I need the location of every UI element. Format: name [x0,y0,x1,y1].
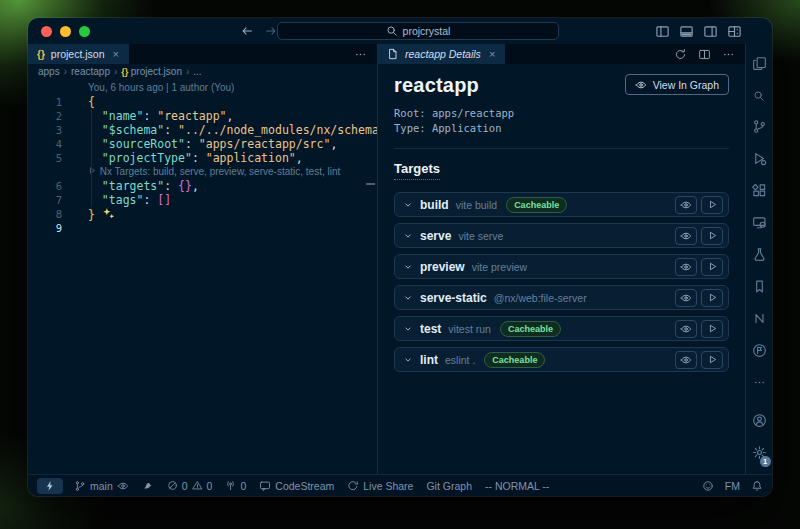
status-git-branch[interactable]: main [74,480,129,492]
target-row-serve-static[interactable]: serve-static@nx/web:file-server [394,285,729,310]
status-ports[interactable]: 0 [225,480,246,492]
project-type: Type: Application [394,121,729,136]
activitybar-item-bookmarks[interactable] [752,279,767,298]
target-command: vite preview [472,261,527,273]
chevron-down-icon[interactable] [403,262,413,272]
refresh-icon[interactable] [674,48,687,61]
codestream-icon [259,480,271,492]
cacheable-badge: Cacheable [506,197,567,213]
target-view-button[interactable] [675,351,697,369]
codelens-text[interactable]: Nx Targets: build, serve, preview, serve… [76,165,340,179]
nav-back-icon[interactable] [240,24,254,38]
status-codestream[interactable]: CodeStream [259,480,334,492]
split-editor-icon[interactable] [698,48,711,61]
code-line[interactable]: 4 "sourceRoot": "apps/reactapp/src", [28,137,377,151]
activitybar-item-testing[interactable] [752,247,767,266]
code-line[interactable]: 9 [28,221,377,235]
codelens-row[interactable]: Nx Targets: build, serve, preview, serve… [28,165,377,179]
toggle-sidebar-icon[interactable] [655,24,670,39]
tab-reactapp-details[interactable]: reactapp Details × [378,44,505,64]
line-number: 9 [28,221,76,235]
target-view-button[interactable] [675,196,697,214]
close-tab-icon[interactable]: × [489,48,495,60]
codelens-text[interactable]: You, 6 hours ago | 1 author (You) [76,81,234,95]
codelens-row[interactable]: You, 6 hours ago | 1 author (You) [28,81,377,95]
overview-ruler-mark [366,183,375,185]
minimize-window-button[interactable] [60,26,71,37]
status-fm[interactable]: FM [725,480,740,492]
target-run-button[interactable] [701,258,723,276]
close-window-button[interactable] [41,26,52,37]
target-row-preview[interactable]: previewvite preview [394,254,729,279]
code-line[interactable]: 8} [28,207,377,221]
code-line[interactable]: 2 "name": "reactapp", [28,109,377,123]
activitybar-item-pending[interactable] [752,343,767,362]
toggle-secondary-sidebar-icon[interactable] [703,24,718,39]
target-run-button[interactable] [701,289,723,307]
zoom-window-button[interactable] [79,26,90,37]
chevron-down-icon[interactable] [403,231,413,241]
status-bird[interactable] [142,480,154,492]
activitybar-item-more[interactable] [753,375,766,393]
cacheable-badge: Cacheable [484,352,545,368]
status-live-share[interactable]: Live Share [347,480,413,492]
target-view-button[interactable] [675,320,697,338]
breadcrumb-item[interactable]: reactapp [71,66,110,77]
search-icon [386,25,398,37]
customize-layout-icon[interactable] [727,24,742,39]
code-line[interactable]: 5 "projectType": "application", [28,151,377,165]
status-bar: main000CodeStreamLive ShareGit Graph-- N… [28,474,772,496]
status-notifications[interactable] [751,480,763,492]
code-editor[interactable]: You, 6 hours ago | 1 author (You)1{2 "na… [28,79,377,474]
status-feedback[interactable] [702,480,714,492]
status-git-graph[interactable]: Git Graph [426,480,472,492]
target-row-build[interactable]: buildvite buildCacheable [394,192,729,217]
target-row-serve[interactable]: servevite serve [394,223,729,248]
status-problems[interactable]: 00 [167,480,213,492]
activitybar-item-extensions[interactable] [752,183,767,202]
chevron-down-icon[interactable] [403,293,413,303]
target-run-button[interactable] [701,196,723,214]
project-details-view: reactapp View In Graph Root: apps/reacta… [378,64,745,474]
code-line[interactable]: 6 "targets": {}, [28,179,377,193]
more-actions-icon[interactable] [722,48,735,61]
breadcrumb-item[interactable]: ... [193,66,201,77]
breadcrumb-item[interactable]: {} project.json [121,66,182,77]
toggle-panel-icon[interactable] [679,24,694,39]
activitybar-item-search[interactable] [753,88,765,106]
eye-icon [635,79,647,91]
extensions-icon [752,183,767,198]
code-text: "sourceRoot": "apps/reactapp/src", [76,137,337,151]
activitybar-item-account[interactable] [752,413,767,432]
close-tab-icon[interactable]: × [113,48,119,60]
target-view-button[interactable] [675,227,697,245]
target-row-test[interactable]: testvitest runCacheable [394,316,729,341]
activitybar-item-run-debug[interactable] [752,151,767,170]
view-in-graph-button[interactable]: View In Graph [625,74,729,95]
code-line[interactable]: 7 "tags": [] [28,193,377,207]
activitybar-item-nx-console[interactable] [752,311,767,330]
more-actions-icon[interactable] [354,48,367,61]
activitybar-item-source-control[interactable] [752,119,767,138]
target-run-button[interactable] [701,320,723,338]
code-line[interactable]: 3 "$schema": "../../node_modules/nx/sche… [28,123,377,137]
activitybar-item-remote-explorer[interactable] [752,215,767,234]
chevron-down-icon[interactable] [403,355,413,365]
command-center-search[interactable]: projcrystal [277,22,559,40]
activitybar-item-explorer[interactable] [752,56,767,75]
target-view-button[interactable] [675,258,697,276]
code-line[interactable]: 1{ [28,95,377,109]
status-vim-mode[interactable]: -- NORMAL -- [485,480,549,492]
nav-forward-icon[interactable] [264,24,278,38]
chevron-down-icon[interactable] [403,200,413,210]
chevron-down-icon[interactable] [403,324,413,334]
target-row-lint[interactable]: linteslint .Cacheable [394,347,729,372]
activitybar-item-settings[interactable]: 1 [752,445,767,464]
tab-project-json[interactable]: {} project.json × [28,44,129,64]
target-run-button[interactable] [701,227,723,245]
target-run-button[interactable] [701,351,723,369]
codelens-play-icon[interactable] [88,166,97,175]
status-remote[interactable] [37,478,63,494]
target-view-button[interactable] [675,289,697,307]
breadcrumb-item[interactable]: apps [38,66,60,77]
